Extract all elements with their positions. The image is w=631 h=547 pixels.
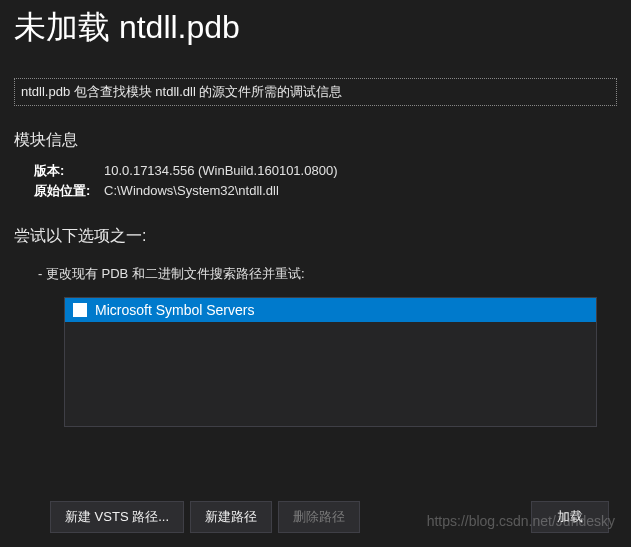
info-banner: ntdll.pdb 包含查找模块 ntdll.dll 的源文件所需的调试信息 <box>14 78 617 106</box>
module-path-value: C:\Windows\System32\ntdll.dll <box>104 181 279 201</box>
load-button[interactable]: 加载 <box>531 501 609 533</box>
page-title: 未加载 ntdll.pdb <box>14 6 617 50</box>
module-path-label: 原始位置: <box>34 181 104 201</box>
delete-path-button: 删除路径 <box>278 501 360 533</box>
symbol-paths-listbox[interactable]: Microsoft Symbol Servers <box>64 297 597 427</box>
module-path-row: 原始位置: C:\Windows\System32\ntdll.dll <box>34 181 617 201</box>
list-item-label: Microsoft Symbol Servers <box>95 302 254 318</box>
module-version-value: 10.0.17134.556 (WinBuild.160101.0800) <box>104 161 337 181</box>
options-heading: 尝试以下选项之一: <box>14 226 617 247</box>
checkbox-icon[interactable] <box>73 303 87 317</box>
new-vsts-path-button[interactable]: 新建 VSTS 路径... <box>50 501 184 533</box>
button-row: 新建 VSTS 路径... 新建路径 删除路径 加载 <box>50 501 609 533</box>
module-info-block: 版本: 10.0.17134.556 (WinBuild.160101.0800… <box>34 161 617 200</box>
module-version-row: 版本: 10.0.17134.556 (WinBuild.160101.0800… <box>34 161 617 181</box>
module-version-label: 版本: <box>34 161 104 181</box>
new-path-button[interactable]: 新建路径 <box>190 501 272 533</box>
list-item[interactable]: Microsoft Symbol Servers <box>65 298 596 322</box>
module-info-heading: 模块信息 <box>14 130 617 151</box>
options-bullet: 更改现有 PDB 和二进制文件搜索路径并重试: <box>38 265 617 283</box>
